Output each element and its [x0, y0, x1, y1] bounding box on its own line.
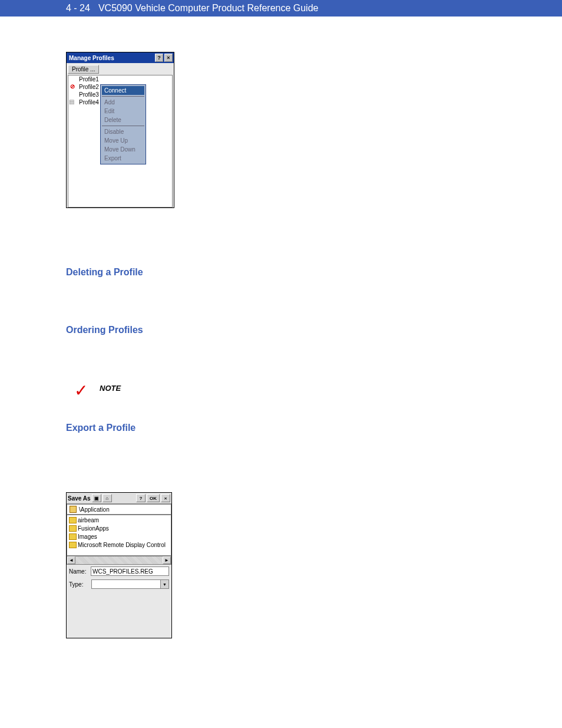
menu-connect[interactable]: Connect	[102, 86, 144, 95]
menu-move-up[interactable]: Move Up	[102, 136, 144, 145]
save-as-title: Save As	[68, 495, 91, 502]
menu-move-down[interactable]: Move Down	[102, 145, 144, 154]
menu-edit[interactable]: Edit	[102, 107, 144, 116]
doc-title: VC5090 Vehicle Computer Product Referenc…	[98, 3, 319, 14]
scroll-right-icon[interactable]: ►	[163, 556, 171, 564]
menu-export[interactable]: Export	[102, 154, 144, 163]
page-header: 4 - 24 VC5090 Vehicle Computer Product R…	[0, 0, 562, 17]
context-menu: Connect Add Edit Delete Disable Move Up …	[100, 84, 146, 164]
window-title: Manage Profiles	[69, 55, 114, 61]
scroll-left-icon[interactable]: ◄	[67, 556, 75, 564]
file-list[interactable]: airbeam FusionApps Images Microsoft Remo…	[67, 515, 171, 556]
menu-disable[interactable]: Disable	[102, 127, 144, 136]
page-number: 4 - 24	[66, 3, 90, 14]
help-icon[interactable]: ?	[136, 494, 146, 502]
close-icon[interactable]: ×	[164, 54, 173, 62]
folder-icon	[70, 506, 77, 513]
profile-list[interactable]: Profile1 Profile2 Profile3 Profile4 Conn…	[68, 75, 173, 207]
profile-menu-tab[interactable]: Profile ...	[68, 65, 99, 74]
up-folder-icon[interactable]: ⌂	[103, 494, 112, 502]
help-icon[interactable]: ?	[155, 54, 163, 62]
list-item[interactable]: FusionApps	[68, 525, 170, 533]
titlebar: Manage Profiles ? ×	[67, 52, 174, 63]
menu-delete[interactable]: Delete	[102, 116, 144, 124]
heading-export: Export a Profile	[66, 423, 562, 433]
path-text: \Application	[79, 506, 110, 513]
name-row: Name:	[67, 565, 171, 578]
save-as-titlebar: Save As ▣ ⌂ ? OK ×	[67, 493, 171, 504]
type-row: Type: ▼	[67, 578, 171, 591]
name-label: Name:	[69, 568, 88, 575]
save-as-window: Save As ▣ ⌂ ? OK × \Application airbeam …	[66, 492, 172, 638]
heading-ordering: Ordering Profiles	[66, 325, 562, 335]
list-item[interactable]: Microsoft Remote Display Control	[68, 541, 170, 549]
note-label: NOTE	[100, 383, 121, 393]
ok-button[interactable]: OK	[147, 494, 160, 502]
list-item[interactable]: Profile1	[68, 75, 172, 83]
list-item[interactable]: airbeam	[68, 516, 170, 525]
new-folder-icon[interactable]: ▣	[92, 494, 101, 502]
menu-add[interactable]: Add	[102, 98, 144, 107]
note-block: ✓ NOTE	[74, 383, 562, 399]
type-label: Type:	[69, 581, 89, 588]
page-content: Manage Profiles ? × Profile ... Profile1…	[0, 17, 562, 662]
horizontal-scrollbar[interactable]: ◄ ►	[67, 556, 171, 565]
heading-deleting: Deleting a Profile	[66, 267, 562, 278]
close-icon[interactable]: ×	[161, 494, 170, 502]
chevron-down-icon[interactable]: ▼	[160, 580, 168, 588]
list-item[interactable]: Images	[68, 533, 170, 541]
path-bar[interactable]: \Application	[67, 504, 171, 515]
manage-profiles-window: Manage Profiles ? × Profile ... Profile1…	[66, 52, 174, 208]
type-select[interactable]: ▼	[91, 579, 169, 589]
checkmark-icon: ✓	[74, 383, 88, 399]
name-field[interactable]	[91, 566, 169, 576]
